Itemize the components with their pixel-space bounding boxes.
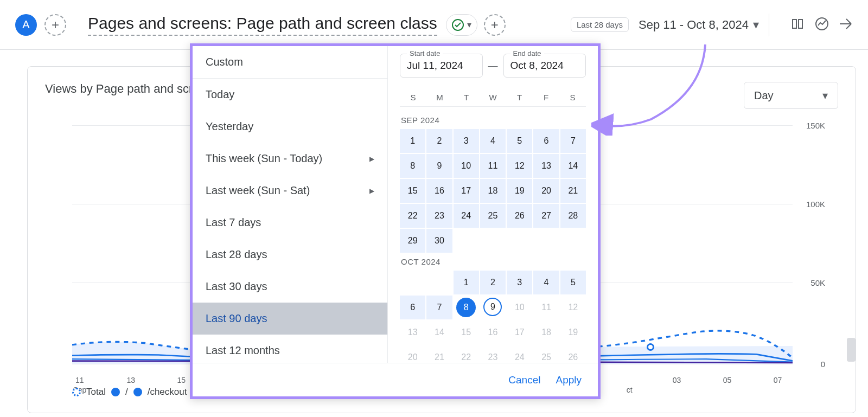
calendar-day[interactable]: 18 xyxy=(533,320,559,344)
calendar-day[interactable]: 20 xyxy=(533,179,559,203)
calendar-day[interactable]: 16 xyxy=(480,320,506,344)
calendar-day[interactable]: 13 xyxy=(533,154,559,178)
calendar-day[interactable]: 5 xyxy=(507,129,532,153)
calendar-day-end[interactable]: 8 xyxy=(456,298,476,317)
calendar-day[interactable]: 9 xyxy=(426,154,452,178)
calendar-day[interactable]: 24 xyxy=(507,345,532,363)
calendar-day[interactable]: 4 xyxy=(533,271,559,294)
scrollbar-thumb[interactable] xyxy=(847,338,856,362)
apply-button[interactable]: Apply xyxy=(556,374,582,386)
calendar-day[interactable]: 10 xyxy=(454,154,479,178)
cancel-button[interactable]: Cancel xyxy=(508,374,540,386)
preset-yesterday[interactable]: Yesterday xyxy=(193,111,387,143)
date-range-button[interactable]: Sep 11 - Oct 8, 2024 ▾ xyxy=(639,18,759,32)
calendar-day[interactable]: 14 xyxy=(560,154,586,178)
end-date-field[interactable]: End date Oct 8, 2024 xyxy=(503,54,586,78)
caret-down-icon: ▾ xyxy=(753,18,759,32)
avatar[interactable]: A xyxy=(15,14,37,36)
month-label: OCT 2024 xyxy=(400,253,586,271)
calendar-day[interactable]: 2 xyxy=(426,129,452,153)
weekday-cell: M xyxy=(426,93,453,102)
preset-custom[interactable]: Custom xyxy=(193,46,387,79)
x-axis-label: 15 xyxy=(170,376,192,384)
month-grid: 1234567891011121314151617181920212223242… xyxy=(400,129,586,253)
add-filter-button[interactable]: + xyxy=(484,14,506,36)
preset-last-12-months[interactable]: Last 12 months xyxy=(193,335,387,363)
share-icon[interactable] xyxy=(840,17,853,33)
preset-today[interactable]: Today xyxy=(193,79,387,111)
calendar-day[interactable]: 3 xyxy=(507,271,532,294)
legend-label: / xyxy=(125,387,128,397)
insights-icon[interactable] xyxy=(815,17,829,33)
preset-last-30-days[interactable]: Last 30 days xyxy=(193,271,387,303)
weekday-cell: T xyxy=(506,93,533,102)
preset-last-7-days[interactable]: Last 7 days xyxy=(193,207,387,239)
calendar-day[interactable]: 29 xyxy=(400,229,425,253)
calendar-panel: Start date Jul 11, 2024 — End date Oct 8… xyxy=(388,46,598,363)
preset-this-week-sun-today-[interactable]: This week (Sun - Today)▶ xyxy=(193,143,387,175)
calendar-day[interactable]: 17 xyxy=(454,179,479,203)
add-comparison-button[interactable]: + xyxy=(44,14,66,36)
calendar-day[interactable]: 20 xyxy=(400,345,425,363)
granularity-dropdown[interactable]: Day ▾ xyxy=(744,82,838,109)
calendar-day[interactable]: 23 xyxy=(426,204,452,228)
status-pill[interactable]: ▾ xyxy=(446,14,477,36)
calendar-day[interactable]: 28 xyxy=(560,204,586,228)
calendar-day-today[interactable]: 9 xyxy=(483,298,502,316)
y-axis-label: 50K xyxy=(810,278,825,287)
calendar-day[interactable]: 12 xyxy=(507,154,532,178)
calendar-day[interactable]: 8 xyxy=(400,154,425,178)
calendar-day[interactable]: 5 xyxy=(560,271,586,294)
calendar-day[interactable]: 6 xyxy=(400,296,425,319)
page-title[interactable]: Pages and screens: Page path and screen … xyxy=(88,14,437,36)
calendar-day[interactable]: 25 xyxy=(480,204,506,228)
compare-icon[interactable] xyxy=(791,17,804,33)
calendar-day[interactable]: 16 xyxy=(426,179,452,203)
calendar-day[interactable]: 6 xyxy=(533,129,559,153)
calendar-day[interactable]: 3 xyxy=(454,129,479,153)
calendar-day[interactable]: 26 xyxy=(507,204,532,228)
calendar-day[interactable]: 14 xyxy=(426,320,452,344)
calendar-day[interactable]: 15 xyxy=(454,320,479,344)
calendar-day[interactable]: 11 xyxy=(533,296,559,319)
calendar-day[interactable]: 22 xyxy=(400,204,425,228)
calendar-day[interactable]: 1 xyxy=(454,271,479,294)
date-presets-list: CustomTodayYesterdayThis week (Sun - Tod… xyxy=(193,46,388,363)
y-axis-label: 150K xyxy=(806,121,825,130)
preset-last-90-days[interactable]: Last 90 days xyxy=(193,303,387,335)
calendar-day[interactable]: 17 xyxy=(507,320,532,344)
calendar-day[interactable]: 12 xyxy=(560,296,586,319)
calendar-day[interactable]: 23 xyxy=(480,345,506,363)
check-icon xyxy=(452,19,464,31)
date-picker-popup: CustomTodayYesterdayThis week (Sun - Tod… xyxy=(190,43,601,399)
calendar-day[interactable]: 4 xyxy=(480,129,506,153)
calendar-day[interactable]: 11 xyxy=(480,154,506,178)
calendar-day[interactable]: 13 xyxy=(400,320,425,344)
popup-actions: Cancel Apply xyxy=(193,363,598,396)
calendar-day[interactable]: 26 xyxy=(560,345,586,363)
weekday-cell: T xyxy=(453,93,480,102)
calendar-day[interactable]: 30 xyxy=(426,229,452,253)
x-axis-label: 13 xyxy=(120,376,142,384)
calendar-day[interactable]: 7 xyxy=(560,129,586,153)
calendar-day[interactable]: 27 xyxy=(533,204,559,228)
calendar-day[interactable]: 15 xyxy=(400,179,425,203)
field-value: Jul 11, 2024 xyxy=(407,60,476,72)
calendar-day[interactable]: 24 xyxy=(454,204,479,228)
calendar-day[interactable]: 19 xyxy=(507,179,532,203)
calendar-day[interactable]: 7 xyxy=(426,296,452,319)
preset-last-week-sun-sat-[interactable]: Last week (Sun - Sat)▶ xyxy=(193,175,387,207)
caret-down-icon: ▾ xyxy=(467,20,471,30)
calendar-day[interactable]: 2 xyxy=(480,271,506,294)
calendar-day[interactable]: 10 xyxy=(507,296,532,319)
calendar-day[interactable]: 1 xyxy=(400,129,425,153)
calendar-day[interactable]: 21 xyxy=(426,345,452,363)
preset-last-28-days[interactable]: Last 28 days xyxy=(193,239,387,271)
calendar-day[interactable]: 22 xyxy=(454,345,479,363)
weekday-cell: S xyxy=(559,93,586,102)
start-date-field[interactable]: Start date Jul 11, 2024 xyxy=(400,54,483,78)
calendar-day[interactable]: 21 xyxy=(560,179,586,203)
calendar-day[interactable]: 19 xyxy=(560,320,586,344)
calendar-day[interactable]: 25 xyxy=(533,345,559,363)
calendar-day[interactable]: 18 xyxy=(480,179,506,203)
